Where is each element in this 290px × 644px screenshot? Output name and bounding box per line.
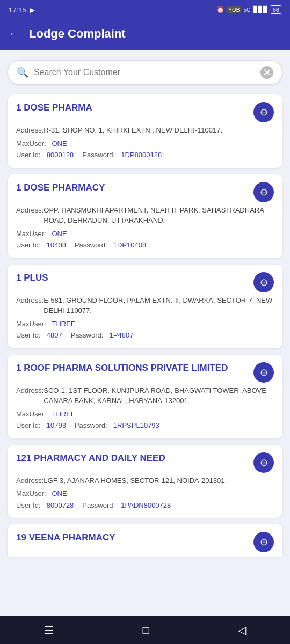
userid-label: User Id: bbox=[16, 240, 41, 251]
customer-name: 1 DOSE PHARMA bbox=[16, 102, 253, 114]
lodge-complaint-button[interactable]: ⊙ bbox=[253, 182, 274, 202]
youtube-icon: ▶ bbox=[30, 6, 35, 14]
maxuser-label: MaxUser: bbox=[16, 410, 50, 418]
clear-search-button[interactable]: ✕ bbox=[260, 66, 273, 79]
password-label: Password: bbox=[71, 330, 104, 341]
address-label: Address: bbox=[16, 205, 44, 226]
userid-value: 10793 bbox=[43, 420, 66, 431]
list-item: 1 DOSE PHARMACY ⊙ Address: OPP. HANSMUKH… bbox=[8, 174, 282, 258]
status-bar: 17:15 ▶ ⏰ YOB 5G ▊▊▊ 66 bbox=[0, 0, 290, 19]
userid-label: User Id: bbox=[16, 150, 41, 160]
complaint-icon: ⊙ bbox=[260, 367, 268, 378]
complaint-icon: ⊙ bbox=[260, 186, 268, 198]
lodge-complaint-button[interactable]: ⊙ bbox=[253, 532, 274, 552]
maxuser-value: ONE bbox=[52, 489, 67, 497]
userid-value: 10408 bbox=[43, 240, 66, 251]
address-label: Address: bbox=[16, 475, 44, 486]
lodge-complaint-button[interactable]: ⊙ bbox=[253, 272, 274, 292]
search-input[interactable] bbox=[34, 68, 260, 77]
list-item: 1 DOSE PHARMA ⊙ Address: R-31, SHOP NO. … bbox=[8, 94, 282, 168]
bottom-navigation: ☰ □ ◁ bbox=[0, 616, 290, 644]
maxuser-label: MaxUser: bbox=[16, 489, 50, 497]
lodge-complaint-button[interactable]: ⊙ bbox=[253, 452, 274, 473]
maxuser-label: MaxUser: bbox=[16, 140, 50, 148]
maxuser-label: MaxUser: bbox=[16, 320, 50, 328]
customer-name: 1 ROOF PHARMA SOLUTIONS PRIVATE LIMITED bbox=[16, 362, 253, 374]
customer-list: 1 DOSE PHARMA ⊙ Address: R-31, SHOP NO. … bbox=[0, 90, 290, 592]
customer-name: 1 DOSE PHARMACY bbox=[16, 182, 253, 194]
status-left: 17:15 ▶ bbox=[9, 6, 35, 14]
yob-icon: YOB bbox=[227, 6, 241, 13]
userid-value: 8000728 bbox=[43, 500, 74, 511]
complaint-icon: ⊙ bbox=[260, 106, 268, 118]
list-item: 1 ROOF PHARMA SOLUTIONS PRIVATE LIMITED … bbox=[8, 355, 282, 438]
maxuser-value: THREE bbox=[52, 410, 75, 418]
maxuser-value: ONE bbox=[52, 140, 67, 148]
userid-label: User Id: bbox=[16, 500, 41, 511]
password-label: Password: bbox=[75, 240, 107, 251]
address-value: OPP. HANSMUKHI APARTMENT, NEAR IT PARK, … bbox=[44, 205, 274, 226]
battery-icon: 66 bbox=[271, 5, 281, 14]
status-time: 17:15 bbox=[9, 6, 26, 14]
customer-name: 19 VEENA PHARMACY bbox=[16, 532, 253, 544]
userid-value: 8000128 bbox=[43, 150, 74, 160]
address-value: E-581, GROUND FLOOR, PALAM EXTN.-II, DWA… bbox=[44, 295, 274, 316]
lodge-complaint-button[interactable]: ⊙ bbox=[253, 362, 274, 383]
address-label: Address: bbox=[16, 125, 44, 136]
maxuser-label: MaxUser: bbox=[16, 230, 50, 238]
password-label: Password: bbox=[82, 500, 115, 511]
signal-5g: 5G bbox=[243, 7, 250, 13]
alarm-icon: ⏰ bbox=[216, 6, 224, 13]
page-title: Lodge Complaint bbox=[29, 27, 126, 41]
list-item: 1 PLUS ⊙ Address: E-581, GROUND FLOOR, P… bbox=[8, 265, 282, 348]
maxuser-value: ONE bbox=[52, 230, 67, 238]
lodge-complaint-button[interactable]: ⊙ bbox=[253, 102, 274, 122]
userid-label: User Id: bbox=[16, 330, 41, 341]
complaint-icon: ⊙ bbox=[260, 536, 268, 548]
password-label: Password: bbox=[75, 420, 107, 431]
password-label: Password: bbox=[82, 150, 115, 160]
address-value: SCO-1, 1ST FLOOR, KUNJPURA ROAD, BHAGWAT… bbox=[44, 385, 274, 406]
search-icon: 🔍 bbox=[17, 67, 28, 78]
back-nav-icon[interactable]: ◁ bbox=[238, 624, 246, 636]
complaint-icon: ⊙ bbox=[260, 457, 268, 469]
address-label: Address: bbox=[16, 295, 44, 316]
address-value: R-31, SHOP NO. 1, KHIRKI EXTN., NEW DELH… bbox=[44, 125, 222, 136]
home-icon[interactable]: □ bbox=[142, 624, 149, 636]
customer-name: 121 PHARMACY AND DAILY NEED bbox=[16, 452, 253, 464]
menu-icon[interactable]: ☰ bbox=[44, 624, 54, 636]
password-value: 1P4807 bbox=[105, 330, 133, 341]
signal-icon: ▊▊▊ bbox=[253, 6, 268, 13]
search-bar: 🔍 ✕ bbox=[8, 60, 282, 85]
back-button[interactable]: ← bbox=[9, 27, 20, 41]
complaint-icon: ⊙ bbox=[260, 276, 268, 288]
password-value: 1DP10408 bbox=[110, 240, 147, 251]
address-label: Address: bbox=[16, 385, 44, 406]
list-item: 121 PHARMACY AND DAILY NEED ⊙ Address: L… bbox=[8, 445, 282, 518]
password-value: 1PADN8000728 bbox=[117, 500, 171, 511]
userid-value: 4807 bbox=[43, 330, 62, 341]
customer-name: 1 PLUS bbox=[16, 272, 253, 284]
status-right: ⏰ YOB 5G ▊▊▊ 66 bbox=[216, 5, 281, 14]
address-value: LGF-3, AJANARA HOMES, SECTOR-121, NOIDA-… bbox=[44, 475, 227, 486]
password-value: 1DP8000128 bbox=[117, 150, 162, 160]
password-value: 1RPSPL10793 bbox=[110, 420, 160, 431]
app-header: ← Lodge Complaint bbox=[0, 19, 290, 50]
maxuser-value: THREE bbox=[52, 320, 75, 328]
userid-label: User Id: bbox=[16, 420, 41, 431]
list-item: 19 VEENA PHARMACY ⊙ bbox=[8, 524, 282, 557]
